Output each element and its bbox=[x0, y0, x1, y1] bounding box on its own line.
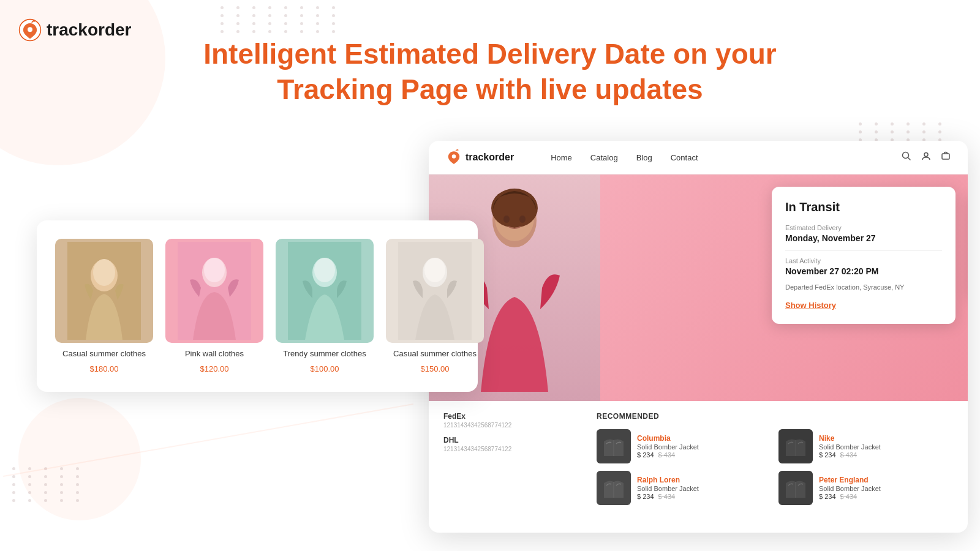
product-card-4[interactable]: Casual summer clothes $150.00 bbox=[386, 239, 484, 373]
recommended-section: RECOMMENDED Columbia Solid bbox=[597, 412, 953, 505]
nav-link-catalog[interactable]: Catalog bbox=[590, 153, 618, 162]
svg-point-23 bbox=[519, 216, 526, 223]
product-image-2 bbox=[165, 239, 263, 343]
headline-text: Intelligent Estimated Delivery Date on y… bbox=[123, 37, 858, 107]
store-nav-icons bbox=[902, 151, 951, 163]
rec-item-1[interactable]: Nike Solid Bomber Jacket $ 234 $ 434 bbox=[778, 429, 953, 463]
store-logo[interactable]: trackorder bbox=[446, 149, 514, 165]
rec-image-2 bbox=[597, 471, 631, 505]
rec-info-1: Nike Solid Bomber Jacket $ 234 $ 434 bbox=[819, 434, 881, 459]
store-logo-icon bbox=[446, 149, 462, 165]
product-price-3: $100.00 bbox=[311, 364, 339, 373]
tracking-card: In Transit Estimated Delivery Monday, No… bbox=[772, 187, 956, 324]
product-price-2: $120.00 bbox=[200, 364, 229, 373]
store-hero: In Transit Estimated Delivery Monday, No… bbox=[429, 174, 968, 401]
storefront-panel: trackorder Home Catalog Blog Contact bbox=[429, 141, 968, 533]
last-activity-label: Last Activity bbox=[785, 257, 942, 264]
rec-info-2: Ralph Loren Solid Bomber Jacket $ 234 $ … bbox=[637, 476, 699, 500]
svg-point-21 bbox=[491, 189, 538, 228]
product-card-3[interactable]: Trendy summer clothes $100.00 bbox=[276, 239, 374, 373]
dots-pattern-bottom bbox=[12, 467, 87, 502]
carrier-section: FedEx 12131434342568774122 DHL 121314343… bbox=[443, 412, 578, 505]
product-card-2[interactable]: Pink wall clothes $120.00 bbox=[165, 239, 263, 373]
search-icon[interactable] bbox=[902, 151, 911, 163]
cart-icon[interactable] bbox=[941, 151, 951, 163]
product-price-1: $180.00 bbox=[90, 364, 119, 373]
show-history-button[interactable]: Show History bbox=[785, 301, 836, 310]
rec-info-0: Columbia Solid Bomber Jacket $ 234 $ 434 bbox=[637, 434, 699, 459]
rec-item-3[interactable]: Peter England Solid Bomber Jacket $ 234 … bbox=[778, 471, 953, 505]
svg-point-2 bbox=[28, 27, 32, 32]
product-name-1: Casual summer clothes bbox=[62, 349, 146, 358]
nav-link-home[interactable]: Home bbox=[551, 153, 572, 162]
product-panel: Casual summer clothes $180.00 Pink wall … bbox=[37, 220, 478, 392]
rec-image-3 bbox=[778, 471, 813, 505]
svg-point-17 bbox=[924, 153, 928, 157]
last-activity-date: November 27 02:20 PM bbox=[785, 266, 942, 276]
product-name-2: Pink wall clothes bbox=[185, 349, 244, 358]
store-bottom: FedEx 12131434342568774122 DHL 121314343… bbox=[429, 401, 968, 516]
svg-point-14 bbox=[424, 258, 445, 282]
product-image-1 bbox=[55, 239, 153, 343]
estimated-delivery-label: Estimated Delivery bbox=[785, 224, 942, 231]
nav-link-contact[interactable]: Contact bbox=[671, 153, 698, 162]
svg-rect-18 bbox=[942, 154, 949, 159]
store-nav: trackorder Home Catalog Blog Contact bbox=[429, 141, 968, 174]
svg-point-22 bbox=[503, 216, 510, 223]
rec-item-0[interactable]: Columbia Solid Bomber Jacket $ 234 $ 434 bbox=[597, 429, 771, 463]
main-headline: Intelligent Estimated Delivery Date on y… bbox=[0, 37, 980, 107]
last-activity-desc: Departed FedEx location, Syracuse, NY bbox=[785, 283, 942, 291]
recommended-grid: Columbia Solid Bomber Jacket $ 234 $ 434 bbox=[597, 429, 953, 505]
product-name-3: Trendy summer clothes bbox=[283, 349, 366, 358]
svg-point-8 bbox=[204, 258, 225, 282]
svg-point-15 bbox=[452, 154, 456, 159]
product-name-4: Casual summer clothes bbox=[393, 349, 477, 358]
estimated-delivery-value: Monday, November 27 bbox=[785, 233, 942, 243]
store-nav-links: Home Catalog Blog Contact bbox=[551, 153, 902, 162]
rec-image-1 bbox=[778, 429, 813, 463]
rec-image-0 bbox=[597, 429, 631, 463]
carrier-dhl: DHL 12131434342568774122 bbox=[443, 436, 578, 452]
user-icon[interactable] bbox=[921, 151, 931, 163]
product-price-4: $150.00 bbox=[421, 364, 450, 373]
product-image-3 bbox=[276, 239, 374, 343]
rec-info-3: Peter England Solid Bomber Jacket $ 234 … bbox=[819, 476, 881, 500]
svg-point-11 bbox=[314, 258, 335, 282]
store-logo-text: trackorder bbox=[466, 152, 514, 163]
product-card-1[interactable]: Casual summer clothes $180.00 bbox=[55, 239, 153, 373]
product-image-4 bbox=[386, 239, 484, 343]
rec-item-2[interactable]: Ralph Loren Solid Bomber Jacket $ 234 $ … bbox=[597, 471, 771, 505]
tracking-status: In Transit bbox=[785, 200, 942, 214]
recommended-title: RECOMMENDED bbox=[597, 412, 953, 421]
dots-pattern-top bbox=[221, 6, 343, 33]
nav-link-blog[interactable]: Blog bbox=[636, 153, 652, 162]
svg-point-5 bbox=[93, 259, 115, 286]
carrier-fedex: FedEx 12131434342568774122 bbox=[443, 412, 578, 429]
